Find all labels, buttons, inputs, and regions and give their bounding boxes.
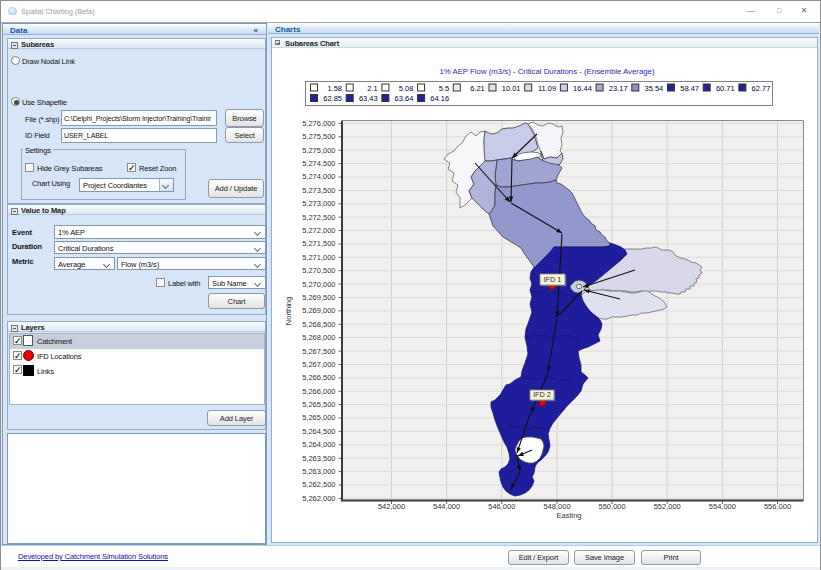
svg-text:23.17: 23.17 [609,84,628,93]
svg-text:1% AEP Flow (m3/s) - Critica: 1% AEP Flow (m3/s) - Critical Durations … [439,67,654,76]
svg-text:5,275,500: 5,275,500 [302,132,335,141]
svg-text:5.08: 5.08 [399,84,414,93]
svg-text:5,263,000: 5,263,000 [302,467,335,476]
svg-text:5,269,000: 5,269,000 [302,306,335,315]
svg-text:Easting: Easting [556,511,581,520]
svg-text:544,000: 544,000 [433,502,460,511]
svg-text:552,000: 552,000 [654,502,681,511]
svg-text:5,273,500: 5,273,500 [302,186,335,195]
svg-text:5,266,500: 5,266,500 [302,373,335,382]
svg-text:5.5: 5.5 [439,84,449,93]
svg-text:Northing: Northing [284,297,293,325]
svg-text:5,274,000: 5,274,000 [302,172,335,181]
svg-text:5,273,000: 5,273,000 [302,199,335,208]
svg-text:5,274,500: 5,274,500 [302,159,335,168]
svg-text:546,000: 546,000 [488,502,515,511]
svg-text:IFD 1: IFD 1 [544,275,562,284]
svg-text:35.54: 35.54 [645,84,664,93]
svg-text:5,266,000: 5,266,000 [302,387,335,396]
svg-text:IFD 2: IFD 2 [533,390,551,399]
svg-text:542,000: 542,000 [378,502,405,511]
svg-text:64.16: 64.16 [430,94,449,103]
svg-text:5,268,500: 5,268,500 [302,320,335,329]
svg-text:550,000: 550,000 [599,502,626,511]
svg-text:5,269,500: 5,269,500 [302,293,335,302]
svg-text:63.43: 63.43 [359,94,378,103]
svg-text:556,000: 556,000 [764,502,791,511]
svg-text:5,275,000: 5,275,000 [302,146,335,155]
svg-text:62.77: 62.77 [752,84,771,93]
svg-text:2.1: 2.1 [367,84,377,93]
svg-text:5,271,000: 5,271,000 [302,253,335,262]
svg-text:5,270,000: 5,270,000 [302,280,335,289]
svg-text:5,264,000: 5,264,000 [302,440,335,449]
svg-text:5,268,000: 5,268,000 [302,333,335,342]
svg-text:16.44: 16.44 [573,84,592,93]
svg-text:5,272,000: 5,272,000 [302,226,335,235]
svg-text:6.21: 6.21 [470,84,485,93]
svg-text:62.85: 62.85 [323,94,342,103]
svg-text:5,265,000: 5,265,000 [302,413,335,422]
svg-text:5,272,500: 5,272,500 [302,213,335,222]
svg-text:5,267,000: 5,267,000 [302,360,335,369]
svg-text:5,262,500: 5,262,500 [302,480,335,489]
svg-text:58.47: 58.47 [680,84,699,93]
svg-text:5,265,500: 5,265,500 [302,400,335,409]
svg-text:11.09: 11.09 [538,84,556,93]
svg-text:5,271,500: 5,271,500 [302,239,335,248]
svg-text:5,276,000: 5,276,000 [302,119,335,128]
svg-text:5,264,500: 5,264,500 [302,427,335,436]
svg-text:5,267,500: 5,267,500 [302,347,335,356]
svg-text:60.71: 60.71 [716,84,735,93]
svg-text:5,270,500: 5,270,500 [302,266,335,275]
svg-text:5,262,000: 5,262,000 [302,494,335,503]
svg-text:63.64: 63.64 [395,94,414,103]
svg-text:1.58: 1.58 [327,84,342,93]
svg-text:5,263,500: 5,263,500 [302,454,335,463]
svg-text:10.01: 10.01 [502,84,521,93]
svg-text:554,000: 554,000 [709,502,736,511]
